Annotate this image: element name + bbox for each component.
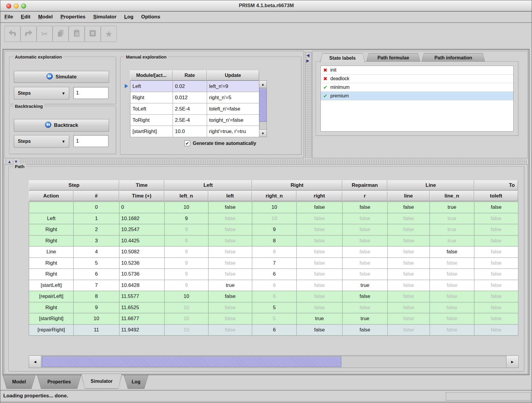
path-group-header[interactable]: Time — [119, 180, 164, 190]
tab-label: Properties — [37, 375, 81, 388]
path-cell: 10 — [165, 325, 209, 336]
zoom-button[interactable] — [21, 4, 26, 9]
path-column-header[interactable]: Action — [29, 191, 73, 201]
redo-button[interactable] — [20, 26, 37, 42]
simulate-steps-combo[interactable]: Steps ▼ — [14, 87, 69, 99]
collapse-up-icon[interactable]: ▲ — [7, 159, 12, 164]
red-cross-icon: ✖ — [323, 76, 330, 82]
manual-column-header[interactable]: Rate — [173, 70, 207, 80]
close-button[interactable] — [6, 4, 11, 9]
path-column-header[interactable]: left_n — [164, 191, 208, 201]
state-label-text: premium — [330, 93, 349, 99]
tab-properties[interactable]: Properties — [37, 375, 81, 389]
tab-model[interactable]: Model — [3, 375, 35, 389]
path-cell: Right — [29, 302, 74, 314]
path-row[interactable]: 0010false10falsefalsefalsetruefalse — [29, 202, 518, 213]
path-row[interactable]: Right911.652510false5falsefalsefalsefals… — [29, 302, 518, 314]
path-title: Path — [13, 164, 26, 169]
menu-edit[interactable]: Edit — [21, 14, 30, 20]
backtrack-button[interactable]: Backtrack — [14, 119, 109, 132]
path-cell: Right — [29, 269, 74, 280]
minimize-button[interactable] — [14, 4, 19, 9]
path-scrollbar-thumb[interactable] — [42, 356, 341, 367]
path-column-header[interactable]: line_n — [430, 191, 474, 201]
scroll-up-button[interactable]: ▲ — [259, 80, 267, 88]
path-row[interactable]: Line410.50829false8falsefalsefalsefalsef… — [29, 246, 518, 258]
manual-table-scrollbar-thumb[interactable] — [259, 88, 267, 122]
path-cell: false — [474, 224, 518, 236]
manual-cell: right'=true, r'=tru — [207, 126, 259, 137]
tab-state-labels[interactable]: State labels — [320, 53, 365, 63]
scroll-right-button[interactable]: ▶ — [506, 355, 519, 368]
menu-options[interactable]: Options — [141, 14, 160, 20]
path-group-header[interactable]: Step — [29, 180, 119, 190]
generate-time-checkbox[interactable]: ✔ — [184, 140, 190, 146]
manual-column-header[interactable]: Module/[act... — [130, 70, 173, 80]
path-row[interactable]: Right310.44259false8falsefalsefalsetruef… — [29, 236, 518, 247]
menu-model[interactable]: Model — [38, 14, 53, 20]
path-row[interactable]: [startLeft]710.64289true6falsetruefalsef… — [29, 280, 518, 291]
path-cell: 9 — [165, 269, 209, 280]
manual-row[interactable]: [startRight]10.0right'=true, r'=tru — [130, 126, 259, 137]
path-row[interactable]: Right610.57369false6falsefalsefalsefalse… — [29, 269, 518, 280]
path-group-header[interactable]: Repairman — [342, 180, 387, 190]
tab-path-formulae[interactable]: Path formulae — [366, 53, 420, 62]
path-cell: [repairRight] — [29, 325, 74, 336]
backtrack-steps-combo[interactable]: Steps ▼ — [14, 135, 69, 148]
manual-row[interactable]: ToRight2.5E-4toright_n'=false — [130, 115, 259, 126]
simulate-button[interactable]: Simulate — [14, 71, 109, 83]
manual-row[interactable]: Right0.012right_n'=5 — [130, 92, 259, 103]
menu-properties[interactable]: Properties — [61, 14, 86, 20]
collapse-left-icon[interactable]: ◀ — [306, 53, 310, 57]
tab-log[interactable]: Log — [124, 375, 148, 389]
path-cell: false — [342, 224, 388, 236]
path-row[interactable]: Right510.52369false7falsefalsefalsefalse… — [29, 258, 518, 269]
tab-simulator[interactable]: Simulator — [81, 374, 122, 389]
path-group-header[interactable]: Right — [252, 180, 342, 190]
path-row[interactable]: Left110.16829false10falsefalsefalsetruef… — [29, 213, 518, 225]
backtrack-steps-input[interactable] — [73, 135, 108, 147]
path-column-header[interactable]: r — [342, 191, 387, 201]
path-group-header[interactable]: Line — [387, 180, 474, 190]
path-column-header[interactable]: line — [387, 191, 430, 201]
path-column-header[interactable]: right — [296, 191, 342, 201]
path-row[interactable]: Right210.25479false9falsefalsefalsetruef… — [29, 224, 518, 236]
scroll-down-button[interactable]: ▼ — [259, 129, 267, 137]
path-column-header[interactable]: Time (+) — [119, 191, 164, 201]
path-group-header[interactable]: To — [474, 180, 518, 190]
path-cell: 11.9492 — [119, 325, 165, 336]
paste-button[interactable] — [69, 26, 85, 42]
path-row[interactable]: [repairRight]1111.949210false6falsefalse… — [29, 325, 518, 336]
state-label-item[interactable]: ✖init — [321, 66, 513, 75]
menu-log[interactable]: Log — [124, 14, 133, 20]
path-column-header[interactable]: left — [208, 191, 252, 201]
state-label-item[interactable]: ✔premium — [321, 92, 513, 100]
collapse-right-icon[interactable]: ▶ — [306, 59, 310, 63]
simulate-steps-input[interactable] — [73, 87, 108, 99]
tab-path-information[interactable]: Path information — [422, 53, 485, 62]
path-column-header[interactable]: right_n — [252, 191, 296, 201]
star-button[interactable]: ★ — [101, 26, 117, 42]
copy-button[interactable] — [53, 26, 69, 42]
path-row[interactable]: [repairLeft]811.557710false6falsefalsefa… — [29, 291, 518, 302]
manual-column-header[interactable]: Update — [207, 70, 259, 80]
menu-simulator[interactable]: Simulator — [93, 14, 116, 20]
vertical-splitter[interactable] — [305, 51, 312, 158]
path-cell: false — [430, 291, 474, 302]
scroll-left-button[interactable]: ◀ — [29, 355, 41, 368]
manual-row[interactable]: Left0.02left_n'=9 — [130, 81, 259, 92]
path-column-header[interactable]: # — [73, 191, 119, 201]
cut-button[interactable]: ✂ — [37, 26, 53, 42]
state-label-item[interactable]: ✖deadlock — [321, 75, 513, 83]
collapse-down-icon[interactable]: ▼ — [13, 159, 19, 164]
path-row[interactable]: [startRight]1011.667710false5truetruefal… — [29, 313, 518, 325]
menu-file[interactable]: File — [4, 14, 13, 20]
manual-row[interactable]: ToLeft2.5E-4toleft_n'=false — [130, 103, 259, 115]
horizontal-splitter[interactable] — [4, 159, 528, 164]
state-label-item[interactable]: ✔minimum — [321, 83, 513, 92]
undo-button[interactable] — [4, 26, 20, 42]
path-cell: 9 — [74, 302, 119, 314]
delete-button[interactable] — [85, 26, 101, 42]
path-group-header[interactable]: Left — [164, 180, 252, 190]
path-column-header[interactable]: toleft — [474, 191, 518, 201]
